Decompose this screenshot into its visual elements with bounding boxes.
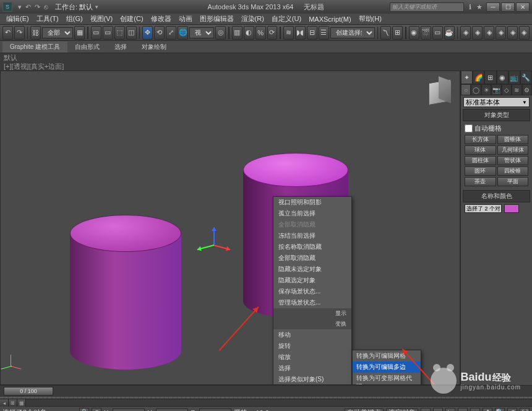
workspace-label[interactable]: 工作台: 默认 [55, 2, 93, 12]
select-name-button[interactable]: ▭ [103, 26, 113, 40]
render-setup-button[interactable]: 🎬 [421, 26, 431, 40]
render-button[interactable]: ☕ [444, 26, 455, 40]
ctx-move[interactable]: 移动 [273, 329, 351, 340]
minimize-button[interactable]: ─ [486, 2, 500, 12]
angle-snap-button[interactable]: ◐ [244, 26, 254, 40]
btn-sphere[interactable]: 球体 [465, 145, 496, 155]
close-button[interactable]: ✕ [516, 2, 530, 12]
window-crossing-button[interactable]: ◫ [126, 26, 137, 40]
btn-teapot[interactable]: 茶壶 [465, 177, 496, 186]
menu-help[interactable]: 帮助(H) [355, 14, 385, 24]
align-button[interactable]: ⊟ [307, 26, 317, 40]
selection-filter[interactable]: 全部 [42, 27, 73, 38]
sub-lights[interactable]: ☀ [481, 84, 491, 95]
ref-coord[interactable]: 视图 [189, 27, 214, 38]
viewcube[interactable] [427, 79, 452, 103]
snap-button[interactable]: ▥ [232, 26, 242, 40]
play-icon[interactable]: ▶ [445, 408, 455, 412]
layer-button[interactable]: ☰ [319, 26, 329, 40]
named-sel-set[interactable]: 创建选择集 [330, 27, 375, 38]
extra3-button[interactable]: ◈ [484, 26, 494, 40]
object-name-input[interactable] [465, 204, 502, 213]
redo-button[interactable]: ↷ [14, 26, 25, 40]
tab-motion[interactable]: ◉ [497, 71, 508, 84]
trackbar-btn1[interactable]: ◂ [0, 399, 9, 407]
rect-select-button[interactable]: ⬚ [114, 26, 125, 40]
tab-display[interactable]: 📺 [508, 71, 520, 84]
sub-shapes[interactable]: ◯ [471, 84, 481, 95]
ribbon-tab-graphite[interactable]: Graphite 建模工具 [2, 41, 67, 53]
transform-gizmo[interactable] [206, 240, 231, 264]
coord-z[interactable] [199, 409, 231, 412]
btn-tube[interactable]: 管状体 [497, 156, 529, 165]
ctx-unhide-name[interactable]: 按名称取消隐藏 [273, 241, 351, 253]
ctx-manage-scene-state[interactable]: 管理场景状态... [273, 297, 351, 308]
ctx-unhide-all[interactable]: 全部取消隐藏 [273, 253, 351, 264]
geometry-type-dropdown[interactable]: 标准基本体 [463, 97, 530, 107]
trackbar-btn2[interactable]: ⊞ [9, 399, 17, 407]
rollout-namecolor[interactable]: 名称和颜色 [463, 190, 530, 202]
nav-zoom-icon[interactable]: 🔍 [495, 408, 505, 412]
ribbon-default[interactable]: 默认 [4, 53, 17, 63]
menu-view[interactable]: 视图(V) [87, 14, 117, 24]
sub-systems[interactable]: ⚙ [522, 84, 532, 95]
redo-icon[interactable]: ↷ [35, 3, 40, 11]
ribbon-tab-objectpaint[interactable]: 对象绘制 [134, 41, 174, 53]
workspace-dd-icon[interactable]: ▼ [94, 4, 99, 10]
extra5-button[interactable]: ◈ [507, 26, 518, 40]
spinner-snap-button[interactable]: ⟳ [267, 26, 278, 40]
sub-helpers[interactable]: ◇ [502, 84, 512, 95]
viewport[interactable]: 视口照明和阴影 孤立当前选择 全部取消隐藏 冻结当前选择 按名称取消隐藏 全部取… [0, 71, 460, 385]
ribbon-tab-selection[interactable]: 选择 [107, 41, 134, 53]
nav-pan-icon[interactable]: ✥ [483, 408, 492, 412]
ctx-viewport-lighting[interactable]: 视口照明和阴影 [273, 197, 351, 208]
play-end-icon[interactable]: ⏭ [470, 408, 480, 412]
link-icon[interactable]: ⎋ [44, 3, 48, 11]
move-button[interactable]: ✥ [142, 26, 153, 40]
viewport-label[interactable]: [+][透视][真实+边面] [4, 62, 64, 71]
menu-maxscript[interactable]: MAXScript(M) [305, 15, 354, 23]
star-icon[interactable]: ★ [476, 3, 483, 11]
menu-modifiers[interactable]: 修改器 [147, 14, 175, 24]
ctx-rotate[interactable]: 旋转 [273, 340, 351, 352]
sub-editmesh[interactable]: 转换为可编辑网格 [353, 350, 421, 361]
menu-tools[interactable]: 工具(T) [33, 14, 62, 24]
material-button[interactable]: ◉ [409, 26, 419, 40]
menu-customize[interactable]: 自定义(U) [268, 14, 305, 24]
btn-box[interactable]: 长方体 [465, 135, 496, 144]
nav-orbit-icon[interactable]: ⟲ [507, 408, 517, 412]
link-button[interactable]: ⛓ [30, 26, 41, 40]
tab-modify[interactable]: 🌈 [473, 71, 484, 84]
selection-lock-icon[interactable]: ⊕ [92, 408, 101, 412]
percent-snap-button[interactable]: % [255, 26, 266, 40]
ctx-hide-unselected[interactable]: 隐藏未选定对象 [273, 264, 351, 275]
btn-geosphere[interactable]: 几何球体 [497, 145, 529, 155]
undo-button[interactable]: ↶ [2, 26, 13, 40]
btn-torus[interactable]: 圆环 [465, 167, 496, 176]
maximize-button[interactable]: ☐ [501, 2, 515, 12]
btn-cone[interactable]: 圆锥体 [497, 135, 529, 144]
play-prev-icon[interactable]: ⏴ [433, 408, 443, 412]
selobj-button[interactable]: 选定对象 [386, 409, 418, 412]
play-start-icon[interactable]: ⏮ [421, 408, 431, 412]
sub-deformable[interactable]: 转换为可变形网格代理 [353, 373, 421, 385]
sub-editpoly[interactable]: 转换为可编辑多边 [353, 361, 421, 373]
select-object-button[interactable]: ▭ [91, 26, 101, 40]
menu-grapheditors[interactable]: 图形编辑器 [196, 14, 238, 24]
ctx-isolate[interactable]: 孤立当前选择 [273, 208, 351, 219]
ctx-scale[interactable]: 缩放 [273, 352, 351, 363]
mirror-button[interactable]: ◗◖ [295, 26, 306, 40]
coord-y[interactable] [156, 409, 188, 412]
ctx-save-scene-state[interactable]: 保存场景状态... [273, 286, 351, 297]
sub-geometry[interactable]: ○ [461, 84, 471, 95]
help-icon[interactable]: ℹ [469, 3, 471, 11]
btn-pyramid[interactable]: 四棱锥 [497, 167, 529, 176]
select-button[interactable]: ▦ [74, 26, 85, 40]
lock-icon[interactable]: 🔒 [79, 408, 89, 412]
selection-set-button[interactable]: ≋ [283, 26, 294, 40]
menu-create[interactable]: 创建(C) [116, 14, 147, 24]
ctx-hide-selected[interactable]: 隐藏选定对象 [273, 275, 351, 286]
extra1-button[interactable]: ◈ [460, 26, 471, 40]
undo-icon[interactable]: ↶ [25, 3, 31, 11]
ribbon-tab-freeform[interactable]: 自由形式 [67, 41, 107, 53]
